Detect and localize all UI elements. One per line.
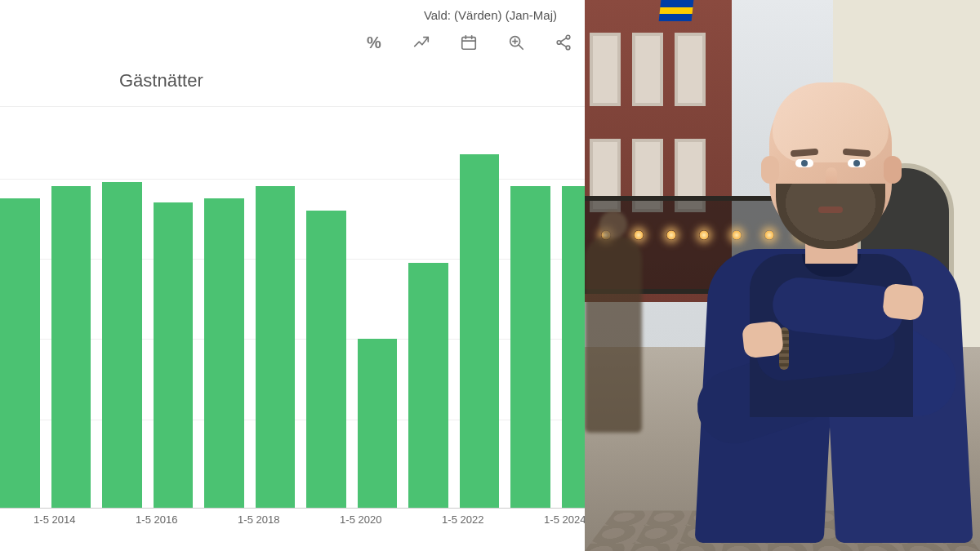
chart-x-axis: 1-5 20141-5 20161-5 20181-5 20201-5 2022… <box>0 508 585 531</box>
chart-area: 1-5 20141-5 20161-5 20181-5 20201-5 2022… <box>0 106 585 531</box>
chart-bar <box>256 186 296 508</box>
chart-bar <box>358 339 398 508</box>
chart-bars <box>0 106 585 508</box>
chart-bar <box>460 154 500 508</box>
svg-rect-0 <box>462 38 476 50</box>
chart-title: Gästnätter <box>119 70 203 91</box>
x-axis-tick: 1-5 2018 <box>238 513 279 526</box>
photo-panel <box>585 0 980 551</box>
x-axis-tick: 1-5 2020 <box>340 513 381 526</box>
x-axis-tick: 1-5 2024 <box>544 513 586 526</box>
selection-label: Vald: (Värden) (Jan-Maj) <box>424 8 557 22</box>
line-chart-icon[interactable] <box>408 29 434 56</box>
share-icon[interactable] <box>550 29 577 56</box>
chart-toolbar: % <box>361 29 577 56</box>
chart-bar <box>408 263 448 508</box>
person <box>691 78 969 551</box>
portrait-photo <box>585 0 980 551</box>
chart-bar <box>102 182 142 508</box>
svg-line-11 <box>561 38 567 42</box>
percent-icon[interactable]: % <box>361 29 387 56</box>
chart-bar <box>204 198 244 508</box>
chart-bar <box>0 198 40 508</box>
calendar-icon[interactable] <box>456 29 482 56</box>
chart-bar <box>154 202 194 508</box>
chart-panel: Vald: (Värden) (Jan-Maj) % Gästnätter 1-… <box>0 0 585 551</box>
svg-line-7 <box>519 45 523 49</box>
x-axis-tick: 1-5 2022 <box>442 513 483 526</box>
chart-bar <box>51 186 91 508</box>
chart-bar <box>510 186 550 508</box>
chart-bar <box>306 211 346 508</box>
zoom-in-icon[interactable] <box>503 29 529 56</box>
x-axis-tick: 1-5 2016 <box>136 513 177 526</box>
x-axis-tick: 1-5 2014 <box>33 513 75 526</box>
svg-line-12 <box>561 43 567 47</box>
chart-plot: 1-5 20141-5 20161-5 20181-5 20201-5 2022… <box>0 106 585 531</box>
